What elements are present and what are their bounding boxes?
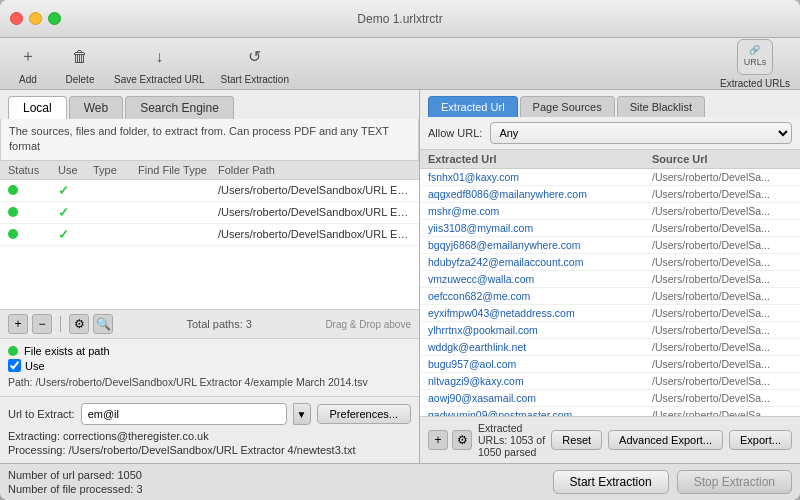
header-find: Find File Type	[138, 164, 218, 176]
status-bar-left: Number of url parsed: 1050 Number of fil…	[8, 469, 143, 495]
save-button[interactable]: ↓ Save Extracted URL	[114, 43, 205, 85]
url-row[interactable]: hdubyfza242@emailaccount.com /Users/robe…	[420, 254, 800, 271]
url-table-body: fsnhx01@kaxy.com /Users/roberto/DevelSa.…	[420, 169, 800, 416]
right-tab-bar: Extracted Url Page Sources Site Blacklis…	[420, 90, 800, 117]
start-extraction-button[interactable]: Start Extraction	[553, 470, 669, 494]
close-button[interactable]	[10, 12, 23, 25]
row-folder: /Users/roberto/DevelSandbox/URL Extracto…	[218, 184, 411, 196]
url-row[interactable]: bgqyj6868@emailanywhere.com /Users/rober…	[420, 237, 800, 254]
separator	[60, 316, 61, 332]
left-tab-bar: Local Web Search Engine	[0, 90, 419, 119]
row-status	[8, 207, 58, 217]
allow-url-label: Allow URL:	[428, 127, 482, 139]
url-row[interactable]: gadwumin09@postmaster.com /Users/roberto…	[420, 407, 800, 416]
url-cell: hdubyfza242@emailaccount.com	[428, 256, 652, 268]
url-row[interactable]: aqgxedf8086@mailanywhere.com /Users/robe…	[420, 186, 800, 203]
url-cell: bgqyj6868@emailanywhere.com	[428, 239, 652, 251]
file-row[interactable]: ✓ /Users/roberto/DevelSandbox/URL Extrac…	[0, 224, 419, 246]
bottom-controls: Url to Extract: ▼ Preferences... Extract…	[0, 396, 419, 463]
header-source-url: Source Url	[652, 153, 792, 165]
url-row[interactable]: oefccon682@me.com /Users/roberto/DevelSa…	[420, 288, 800, 305]
tab-page-sources[interactable]: Page Sources	[520, 96, 615, 117]
header-use: Use	[58, 164, 93, 176]
info-section: File exists at path Use Path: /Users/rob…	[0, 338, 419, 396]
file-row[interactable]: ✓ /Users/roberto/DevelSandbox/URL Extrac…	[0, 180, 419, 202]
extracting-status: Extracting: corrections@theregister.co.u…	[8, 429, 411, 443]
preferences-button[interactable]: Preferences...	[317, 404, 411, 424]
tab-web[interactable]: Web	[69, 96, 123, 119]
maximize-button[interactable]	[48, 12, 61, 25]
url-dropdown-arrow[interactable]: ▼	[293, 403, 311, 425]
header-status: Status	[8, 164, 58, 176]
url-cell: yiis3108@mymail.com	[428, 222, 652, 234]
url-row[interactable]: bugu957@aol.com /Users/roberto/DevelSa..…	[420, 356, 800, 373]
stop-extraction-button[interactable]: Stop Extraction	[677, 470, 792, 494]
tab-local[interactable]: Local	[8, 96, 67, 119]
url-cell: aowj90@xasamail.com	[428, 392, 652, 404]
add-icon: ＋	[14, 43, 42, 71]
url-row[interactable]: yiis3108@mymail.com /Users/roberto/Devel…	[420, 220, 800, 237]
url-row[interactable]: mshr@me.com /Users/roberto/DevelSa...	[420, 203, 800, 220]
url-row[interactable]: wddgk@earthlink.net /Users/roberto/Devel…	[420, 339, 800, 356]
extracted-urls-button[interactable]: 🔗URLs Extracted URLs	[720, 39, 790, 89]
source-cell: /Users/roberto/DevelSa...	[652, 239, 792, 251]
file-list-section: Status Use Type Find File Type Folder Pa…	[0, 161, 419, 338]
url-row[interactable]: vmzuwecc@walla.com /Users/roberto/DevelS…	[420, 271, 800, 288]
source-cell: /Users/roberto/DevelSa...	[652, 290, 792, 302]
advanced-export-button[interactable]: Advanced Export...	[608, 430, 723, 450]
description-bar: The sources, files and folder, to extrac…	[0, 119, 419, 161]
extracted-urls-icon: 🔗URLs	[737, 39, 773, 75]
left-panel: Local Web Search Engine The sources, fil…	[0, 90, 420, 463]
file-row[interactable]: ✓ /Users/roberto/DevelSandbox/URL Extrac…	[0, 202, 419, 224]
list-toolbar: + − ⚙ 🔍 Total paths: 3 Drag & Drop above	[0, 309, 419, 338]
use-checkbox[interactable]	[8, 359, 21, 372]
url-row[interactable]: nltvagzi9@kaxy.com /Users/roberto/DevelS…	[420, 373, 800, 390]
settings-button[interactable]: ⚙	[69, 314, 89, 334]
total-paths: Total paths: 3	[117, 318, 321, 330]
status-dot	[8, 229, 18, 239]
search-button[interactable]: 🔍	[93, 314, 113, 334]
tab-search-engine[interactable]: Search Engine	[125, 96, 234, 119]
row-folder: /Users/roberto/DevelSandbox/URL Extracto…	[218, 206, 411, 218]
source-cell: /Users/roberto/DevelSa...	[652, 188, 792, 200]
status-dot	[8, 185, 18, 195]
add-url-button[interactable]: +	[428, 430, 448, 450]
start-extraction-label: Start Extraction	[221, 74, 289, 85]
use-label: Use	[25, 360, 45, 372]
toolbar: ＋ Add 🗑 Delete ↓ Save Extracted URL ↺ St…	[0, 38, 800, 90]
row-status	[8, 185, 58, 195]
settings-url-button[interactable]: ⚙	[452, 430, 472, 450]
url-parsed-count: Number of url parsed: 1050	[8, 469, 143, 481]
traffic-lights	[10, 12, 61, 25]
url-row[interactable]: fsnhx01@kaxy.com /Users/roberto/DevelSa.…	[420, 169, 800, 186]
source-cell: /Users/roberto/DevelSa...	[652, 307, 792, 319]
source-cell: /Users/roberto/DevelSa...	[652, 409, 792, 416]
right-bottom-toolbar: + ⚙ Extracted URLs: 1053 of 1050 parsed …	[420, 416, 800, 463]
titlebar: Demo 1.urlxtrctr	[0, 0, 800, 38]
url-extract-input[interactable]	[81, 403, 287, 425]
minimize-button[interactable]	[29, 12, 42, 25]
tab-extracted-url[interactable]: Extracted Url	[428, 96, 518, 117]
row-use: ✓	[58, 183, 93, 198]
url-table-header: Extracted Url Source Url	[420, 150, 800, 169]
add-button[interactable]: ＋ Add	[10, 43, 46, 85]
source-cell: /Users/roberto/DevelSa...	[652, 392, 792, 404]
url-cell: fsnhx01@kaxy.com	[428, 171, 652, 183]
url-row[interactable]: aowj90@xasamail.com /Users/roberto/Devel…	[420, 390, 800, 407]
reset-button[interactable]: Reset	[551, 430, 602, 450]
url-row[interactable]: ylhrrtnx@pookmail.com /Users/roberto/Dev…	[420, 322, 800, 339]
source-cell: /Users/roberto/DevelSa...	[652, 341, 792, 353]
start-extraction-toolbar-button[interactable]: ↺ Start Extraction	[221, 43, 289, 85]
allow-url-select[interactable]: Any	[490, 122, 792, 144]
source-cell: /Users/roberto/DevelSa...	[652, 256, 792, 268]
add-path-button[interactable]: +	[8, 314, 28, 334]
export-button[interactable]: Export...	[729, 430, 792, 450]
remove-path-button[interactable]: −	[32, 314, 52, 334]
drag-drop-hint: Drag & Drop above	[325, 319, 411, 330]
tab-site-blacklist[interactable]: Site Blacklist	[617, 96, 705, 117]
delete-button[interactable]: 🗑 Delete	[62, 43, 98, 85]
url-row[interactable]: eyxifmpw043@netaddress.com /Users/robert…	[420, 305, 800, 322]
file-list-header: Status Use Type Find File Type Folder Pa…	[0, 161, 419, 180]
file-list-body: ✓ /Users/roberto/DevelSandbox/URL Extrac…	[0, 180, 419, 309]
header-type: Type	[93, 164, 138, 176]
